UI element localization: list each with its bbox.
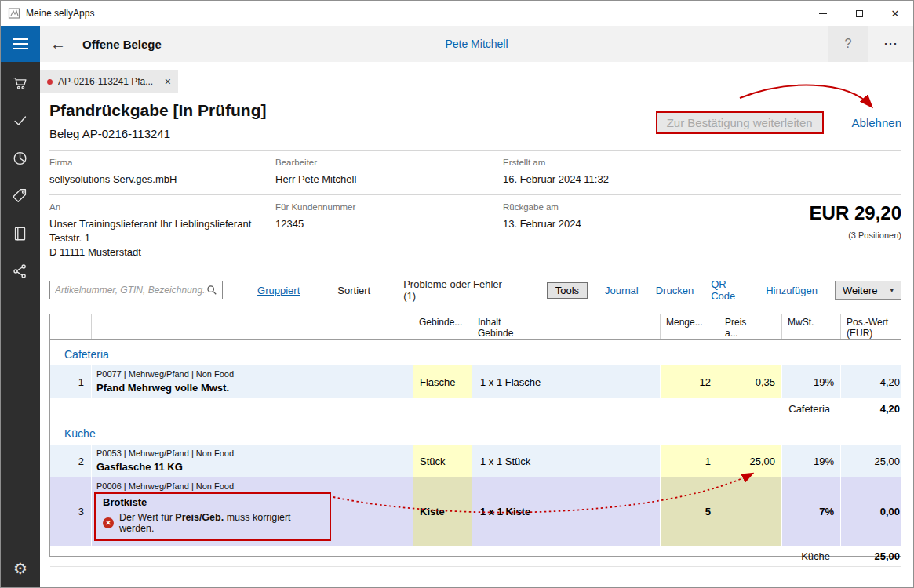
reject-button[interactable]: Ablehnen — [852, 116, 901, 129]
gebinde-cell[interactable]: Stück — [413, 445, 472, 477]
preis-cell[interactable] — [719, 477, 782, 546]
gruppiert-toggle[interactable]: Gruppiert — [257, 285, 300, 296]
table-header-row: Gebinde... Inhalt Gebinde Menge... Preis… — [50, 314, 901, 340]
more-options-button[interactable]: ⋯ — [868, 26, 913, 62]
group-header-kueche: Küche — [50, 419, 901, 445]
article-name: Pfand Mehrweg volle Mwst. — [96, 382, 408, 394]
row-number: 2 — [50, 445, 92, 477]
col-header-menge[interactable]: Menge... — [661, 314, 719, 339]
weitere-dropdown-button[interactable]: Weitere ▾ — [835, 281, 901, 300]
address-line: D 11111 Musterstadt — [49, 245, 275, 260]
wert-cell: 4,20 — [841, 365, 904, 398]
preis-cell[interactable]: 25,00 — [719, 445, 782, 477]
window-minimize-button[interactable] — [805, 1, 841, 26]
group-subtotal-row: Küche 25,00 — [50, 546, 901, 567]
group-subtotal-row: Cafeteria 4,20 — [50, 398, 901, 419]
wert-cell: 25,00 — [841, 445, 904, 477]
field-an: An Unser Trainingslieferant Ihr Liebling… — [49, 202, 275, 260]
app-body: ⚙ ← Offene Belege Pete Mitchell ? ⋯ AP-0… — [1, 26, 913, 587]
col-header-mwst[interactable]: MwSt. — [782, 314, 841, 339]
subtotal-label: Cafeteria — [50, 398, 841, 419]
error-icon: ✕ — [103, 517, 114, 528]
table-row[interactable]: 2 P0053 | Mehrweg/Pfand | Non Food Gasfl… — [50, 445, 901, 477]
window-maximize-button[interactable] — [841, 1, 877, 26]
sortiert-toggle[interactable]: Sortiert — [337, 285, 370, 296]
minimize-icon — [819, 13, 827, 14]
forward-for-confirmation-button[interactable]: Zur Bestätigung weiterleiten — [656, 111, 824, 134]
validation-error: ✕ Der Wert für Preis/Geb. muss korrigier… — [103, 512, 322, 534]
document-fields-row1: Firma sellysolutions Serv.ges.mbH Bearbe… — [49, 151, 901, 194]
sidebar-item-journal[interactable] — [11, 224, 30, 243]
window-title: Meine sellyApps — [26, 8, 94, 19]
mwst-cell: 19% — [782, 365, 841, 398]
help-button[interactable]: ? — [828, 26, 868, 62]
settings-button[interactable]: ⚙ — [13, 559, 27, 587]
back-arrow-icon: ← — [50, 35, 66, 53]
menge-cell[interactable]: 12 — [661, 365, 719, 398]
article-code: P0053 | Mehrweg/Pfand | Non Food — [96, 448, 408, 458]
article-cell: P0006 | Mehrweg/Pfand | Non Food Brotkis… — [92, 477, 413, 546]
document-title: Pfandrückgabe [In Prüfung] — [49, 101, 267, 120]
article-cell: P0053 | Mehrweg/Pfand | Non Food Gasflas… — [92, 445, 413, 477]
help-icon: ? — [845, 37, 852, 51]
gebinde-cell[interactable]: Flasche — [413, 365, 472, 398]
qr-code-link[interactable]: QR Code — [711, 278, 748, 302]
group-header-cafeteria: Cafeteria — [50, 340, 901, 365]
col-header-num — [50, 314, 92, 339]
wert-cell: 0,00 — [841, 477, 904, 546]
col-header-wert[interactable]: Pos.-Wert (EUR) — [841, 314, 904, 339]
document-tab[interactable]: AP-0216-113241 Pfa... × — [40, 70, 178, 93]
field-erstellt-am: Erstellt am 16. Februar 2024 11:32 — [503, 158, 901, 187]
tab-close-button[interactable]: × — [165, 75, 171, 88]
main-area: ← Offene Belege Pete Mitchell ? ⋯ AP-021… — [40, 26, 913, 587]
cart-icon — [12, 74, 29, 92]
article-code: P0006 | Mehrweg/Pfand | Non Food — [96, 481, 408, 491]
inhalt-cell: 1 x 1 Kiste — [472, 477, 661, 546]
position-count: (3 Positionen) — [683, 230, 901, 240]
user-name-link[interactable]: Pete Mitchell — [445, 38, 508, 50]
field-value: sellysolutions Serv.ges.mbH — [49, 172, 275, 187]
field-label: An — [49, 202, 275, 212]
col-header-preis[interactable]: Preis a... — [719, 314, 782, 339]
pie-chart-icon — [12, 150, 29, 167]
back-button[interactable]: ← — [40, 35, 76, 53]
field-value: 16. Februar 2024 11:32 — [503, 172, 901, 187]
journal-icon — [12, 225, 29, 242]
error-annotation-box: Brotkiste ✕ Der Wert für Preis/Geb. muss… — [94, 492, 331, 541]
article-name: Gasflasche 11 KG — [96, 461, 408, 473]
search-input[interactable] — [55, 285, 206, 296]
table-row[interactable]: 1 P0077 | Mehrweg/Pfand | Non Food Pfand… — [50, 365, 901, 398]
col-header-inhalt[interactable]: Inhalt Gebinde — [472, 314, 661, 339]
hamburger-menu-button[interactable] — [1, 26, 40, 62]
sidebar-item-cart[interactable] — [11, 74, 30, 93]
table-row-selected[interactable]: 3 P0006 | Mehrweg/Pfand | Non Food Brotk… — [50, 477, 901, 546]
col-header-article — [92, 314, 413, 339]
field-label: Rückgabe am — [503, 202, 683, 212]
field-value: Unser Trainingslieferant Ihr Lieblingsli… — [49, 217, 275, 260]
sidebar-item-tasks[interactable] — [11, 111, 30, 130]
hinzufuegen-link[interactable]: Hinzufügen — [766, 285, 818, 296]
window-close-button[interactable]: ✕ — [877, 1, 913, 26]
journal-link[interactable]: Journal — [605, 285, 639, 296]
article-name: Brotkiste — [103, 496, 322, 508]
field-label: Erstellt am — [503, 158, 901, 167]
address-line: Teststr. 1 — [49, 231, 275, 245]
sidebar-item-share[interactable] — [11, 262, 30, 281]
probleme-filter[interactable]: Probleme oder Fehler (1) — [403, 278, 504, 302]
drucken-link[interactable]: Drucken — [656, 285, 694, 296]
tools-button[interactable]: Tools — [547, 282, 588, 299]
sidebar-item-prices[interactable] — [11, 187, 30, 205]
menge-cell[interactable]: 5 — [661, 477, 719, 546]
check-icon — [12, 112, 29, 129]
menge-cell[interactable]: 1 — [661, 445, 719, 477]
gebinde-cell[interactable]: Kiste — [413, 477, 472, 546]
field-firma: Firma sellysolutions Serv.ges.mbH — [49, 158, 275, 187]
positions-table: Gebinde... Inhalt Gebinde Menge... Preis… — [49, 314, 901, 557]
chevron-down-icon: ▾ — [890, 286, 894, 294]
preis-cell[interactable]: 0,35 — [719, 365, 782, 398]
col-header-gebinde[interactable]: Gebinde... — [413, 314, 472, 339]
ellipsis-icon: ⋯ — [883, 35, 898, 53]
weitere-label: Weitere — [843, 285, 878, 296]
address-line: Unser Trainingslieferant Ihr Lieblingsli… — [49, 217, 275, 231]
sidebar-item-reports[interactable] — [11, 149, 30, 168]
